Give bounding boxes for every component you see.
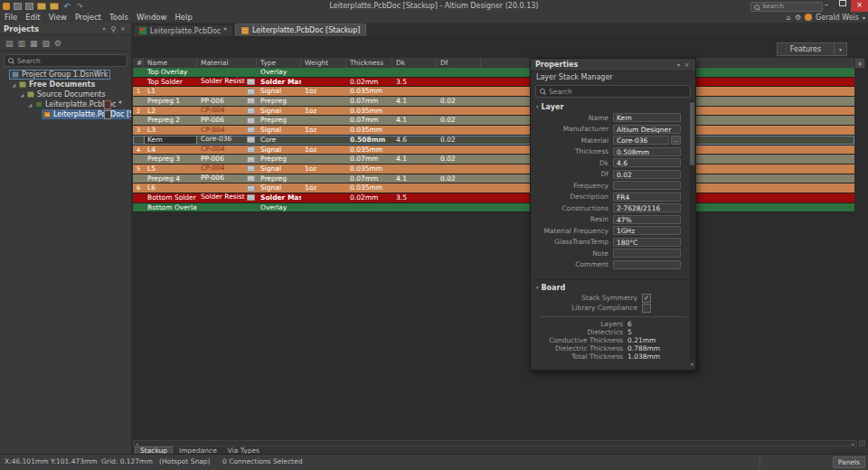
layer-number-cell[interactable] [133, 68, 144, 77]
layer-dk-cell[interactable] [392, 126, 437, 135]
gear-icon[interactable]: ⚙ [795, 14, 801, 22]
redo-icon[interactable]: ↷ [75, 2, 84, 10]
open-document-icon[interactable] [50, 3, 59, 10]
layer-number-cell[interactable] [133, 203, 144, 212]
layer-weight-cell[interactable] [301, 174, 346, 183]
layer-weight-cell[interactable]: 1oz [301, 87, 346, 96]
layer-type-cell[interactable]: Solder Mask [257, 78, 301, 87]
layer-type-cell[interactable]: Signal [257, 164, 301, 174]
tree-item[interactable]: ◢Source Documents [0, 89, 131, 99]
layer-number-cell[interactable]: 1 [133, 87, 144, 96]
layer-dk-cell[interactable] [392, 164, 437, 174]
property-input-note[interactable] [613, 249, 681, 258]
layer-type-cell[interactable]: Signal [257, 183, 301, 193]
layer-weight-cell[interactable] [301, 203, 346, 212]
layer-weight-cell[interactable] [301, 68, 346, 77]
layer-number-cell[interactable]: 2 [133, 107, 144, 116]
layer-thickness-cell[interactable] [346, 203, 392, 212]
layer-material-cell[interactable]: PP-006… [197, 116, 257, 125]
layer-thickness-cell[interactable]: 0.02mm [346, 78, 392, 87]
layer-dk-cell[interactable] [392, 68, 437, 77]
tree-item[interactable]: Leiterplatte.PcbDoc [Stackup] [0, 109, 131, 119]
property-input-thickness[interactable]: 0.508mm [613, 147, 681, 156]
layer-type-cell[interactable]: Overlay [257, 68, 301, 77]
save-all-icon[interactable] [25, 3, 33, 10]
document-tab[interactable]: Leiterplatte.PcbDoc [Stackup] [235, 24, 366, 36]
panels-button[interactable]: Panels [833, 456, 865, 468]
layer-name-cell[interactable]: Prepreg 4 [144, 174, 197, 183]
layer-name-cell[interactable]: Prepreg 2 [144, 116, 197, 125]
layer-dk-cell[interactable]: 4.6 [392, 136, 437, 145]
material-browse-button[interactable]: … [247, 185, 255, 192]
layer-thickness-cell[interactable]: 0.035mm [346, 87, 392, 96]
layer-section-header[interactable]: ▾ Layer [531, 101, 695, 112]
layer-dk-cell[interactable] [392, 107, 437, 116]
layer-type-cell[interactable]: Prepreg [257, 174, 301, 183]
minimize-button[interactable]: – [818, 0, 835, 12]
layer-material-cell[interactable]: PP-006… [197, 155, 257, 164]
layer-material-cell[interactable]: CP-004… [197, 107, 257, 116]
stackup-row[interactable]: Top SolderSolder Resist…Solder Mask0.02m… [133, 78, 854, 88]
column-header-weight[interactable]: Weight [301, 58, 346, 68]
panel-close-icon[interactable]: × [118, 25, 127, 33]
layer-weight-cell[interactable]: 1oz [301, 126, 346, 135]
layer-material-cell[interactable]: CP-004… [197, 146, 257, 155]
layer-dk-cell[interactable]: 4.1 [392, 116, 437, 125]
layer-material-cell[interactable]: … [197, 87, 257, 96]
layer-number-cell[interactable] [133, 116, 144, 125]
layer-df-cell[interactable] [437, 68, 481, 77]
tree-item[interactable]: ◢Leiterplatte.PcbDoc * [0, 99, 131, 109]
save-icon[interactable] [14, 3, 22, 10]
undo-icon[interactable]: ↶ [62, 2, 71, 10]
stackup-row[interactable]: Prepreg 3PP-006…Prepreg0.07mm4.10.02 [133, 155, 854, 164]
layer-df-cell[interactable]: 0.02 [437, 155, 481, 164]
menu-window[interactable]: Window [137, 13, 167, 22]
layer-number-cell[interactable]: 5 [133, 164, 144, 174]
menu-project[interactable]: Project [75, 13, 101, 22]
compile-icon[interactable]: ▥ [18, 39, 26, 48]
material-browse-button[interactable]: … [247, 127, 255, 133]
column-header-name[interactable]: Name [144, 58, 197, 68]
material-browse-button[interactable]: … [247, 175, 255, 182]
layer-material-cell[interactable]: Solder Resist… [197, 193, 257, 202]
layer-name-cell[interactable]: L3 [144, 126, 197, 135]
layer-weight-cell[interactable]: 1oz [301, 164, 346, 174]
layer-name-cell[interactable]: Top Solder [144, 78, 197, 87]
layer-dk-cell[interactable]: 3.5 [392, 193, 437, 202]
material-browse-button[interactable]: … [247, 165, 255, 172]
pin-icon[interactable] [111, 26, 116, 31]
avatar[interactable] [805, 14, 812, 21]
layer-df-cell[interactable] [437, 146, 481, 155]
layer-weight-cell[interactable] [301, 193, 346, 202]
tree-item[interactable]: Project Group 1.DsnWrk [0, 70, 131, 80]
browse-button[interactable]: … [671, 136, 681, 145]
tree-item[interactable]: ◢Free Documents [0, 80, 131, 89]
stackup-row[interactable]: 5L5CP-004…Signal1oz0.035mm [133, 164, 854, 174]
layer-weight-cell[interactable]: 1oz [301, 107, 346, 116]
document-tab[interactable]: Leiterplatte.PcbDoc * [133, 24, 233, 36]
menu-help[interactable]: Help [175, 13, 192, 22]
layer-name-cell[interactable]: L5 [144, 164, 197, 174]
material-browse-button[interactable]: … [247, 194, 255, 201]
tree-expand-icon[interactable]: ◢ [27, 102, 33, 108]
material-browse-button[interactable]: … [247, 89, 255, 95]
layer-dk-cell[interactable]: 4.1 [392, 97, 437, 106]
layer-number-cell[interactable] [133, 174, 144, 183]
layer-name-cell[interactable]: Prepreg 1 [144, 97, 197, 106]
layer-weight-cell[interactable] [301, 97, 346, 106]
copy-icon[interactable]: ▦ [30, 39, 38, 48]
material-browse-button[interactable]: … [247, 136, 255, 143]
layer-type-cell[interactable]: Overlay [257, 203, 301, 212]
property-input-df[interactable]: 0.02 [613, 170, 681, 179]
layer-number-cell[interactable] [133, 136, 144, 145]
layer-weight-cell[interactable] [301, 116, 346, 125]
stackup-row[interactable]: 2L2CP-004…Signal1oz0.035mm [133, 107, 854, 117]
close-button[interactable]: × [851, 0, 868, 12]
home-icon[interactable]: ⌂ [787, 14, 791, 22]
layer-name-cell[interactable]: L1 [144, 87, 197, 96]
property-input-material[interactable]: Core-036 [613, 136, 669, 145]
property-input-comment[interactable] [613, 260, 681, 269]
stackup-row[interactable]: Prepreg 2PP-006…Prepreg0.07mm4.10.02 [133, 116, 854, 126]
open-folder-icon[interactable] [37, 3, 46, 10]
menu-tools[interactable]: Tools [109, 13, 128, 22]
